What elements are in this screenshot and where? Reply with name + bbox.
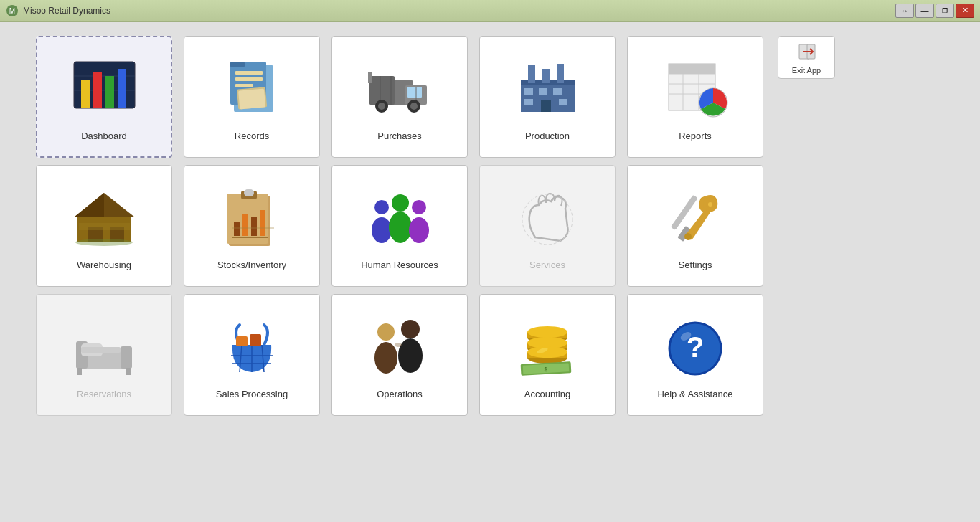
close-button[interactable]: ✕ — [956, 4, 974, 18]
svg-point-58 — [75, 239, 133, 246]
svg-rect-7 — [93, 72, 102, 108]
tile-dashboard-label: Dashboard — [81, 130, 127, 141]
tile-sales-processing-label: Sales Processing — [216, 389, 288, 399]
production-icon — [512, 53, 583, 125]
tile-stocks-inventory[interactable]: Stocks/Inventory — [184, 165, 320, 287]
svg-rect-35 — [524, 88, 533, 95]
main-area: Dashboard — [0, 22, 980, 522]
warehousing-icon — [68, 182, 140, 254]
svg-rect-36 — [539, 88, 547, 95]
tile-records-label: Records — [235, 130, 269, 141]
svg-rect-14 — [235, 77, 263, 81]
tile-warehousing-label: Warehousing — [77, 260, 131, 270]
tile-reports-label: Reports — [679, 130, 712, 141]
tile-settings-label: Settings — [679, 260, 712, 270]
svg-rect-15 — [235, 84, 253, 87]
tile-production[interactable]: Production — [479, 36, 616, 158]
tile-human-resources[interactable]: Human Resources — [331, 165, 468, 287]
module-row-3: Reservations — [36, 294, 944, 416]
svg-point-71 — [372, 217, 392, 243]
svg-rect-67 — [260, 210, 265, 236]
svg-rect-9 — [118, 69, 126, 108]
svg-rect-88 — [126, 368, 131, 375]
svg-rect-65 — [242, 214, 248, 236]
tile-help-assistance[interactable]: ? Help & Assistance — [627, 294, 763, 416]
svg-rect-63 — [244, 189, 254, 196]
operations-icon — [364, 311, 435, 383]
tile-operations[interactable]: Operations — [331, 294, 468, 416]
svg-rect-13 — [235, 71, 263, 75]
tile-reservations-label: Reservations — [77, 389, 131, 399]
svg-rect-59 — [79, 223, 130, 230]
app-icon: M — [6, 4, 19, 17]
tile-sales-processing[interactable]: Sales Processing — [184, 294, 320, 416]
tile-reports[interactable]: Reports — [627, 36, 763, 158]
svg-point-70 — [374, 200, 389, 214]
resize-button[interactable]: ↔ — [895, 4, 914, 18]
tile-human-resources-label: Human Resources — [361, 260, 438, 270]
tile-purchases-label: Purchases — [377, 130, 421, 141]
tile-purchases[interactable]: Purchases — [331, 36, 468, 158]
svg-rect-34 — [557, 64, 564, 83]
svg-rect-39 — [524, 99, 533, 105]
tile-settings[interactable]: Settings — [627, 165, 763, 287]
svg-point-96 — [377, 323, 395, 341]
svg-rect-84 — [121, 346, 132, 369]
records-icon — [216, 53, 288, 125]
help-assistance-icon: ? — [659, 311, 731, 383]
svg-text:M: M — [9, 7, 15, 15]
svg-rect-21 — [407, 87, 422, 98]
svg-point-75 — [409, 217, 429, 243]
svg-point-81 — [684, 233, 692, 240]
svg-rect-40 — [559, 99, 567, 105]
tile-reservations: Reservations — [36, 294, 172, 416]
svg-rect-69 — [232, 227, 274, 229]
svg-rect-12 — [230, 62, 245, 67]
svg-rect-6 — [81, 80, 90, 108]
svg-point-72 — [392, 194, 409, 212]
svg-point-97 — [374, 342, 397, 374]
tile-accounting[interactable]: $ Accounting — [479, 294, 616, 416]
svg-point-73 — [389, 212, 412, 243]
tile-records[interactable]: Records — [184, 36, 320, 158]
tile-services-label: Services — [529, 260, 565, 270]
titlebar: M Misoo Retail Dynamics ↔ — ❐ ✕ — [0, 0, 980, 22]
svg-point-98 — [401, 320, 420, 338]
stocks-inventory-icon — [216, 182, 288, 254]
svg-rect-95 — [250, 334, 261, 346]
exit-app-button[interactable]: Exit App — [778, 36, 835, 79]
tile-dashboard[interactable]: Dashboard — [36, 36, 172, 158]
row-1-container: Dashboard — [36, 36, 944, 158]
svg-rect-37 — [553, 88, 562, 95]
svg-rect-86 — [81, 347, 121, 353]
tile-accounting-label: Accounting — [524, 389, 570, 399]
module-row-2: Warehousing — [36, 165, 944, 287]
svg-rect-94 — [236, 336, 248, 346]
svg-rect-33 — [542, 69, 550, 83]
tile-stocks-inventory-label: Stocks/Inventory — [217, 260, 286, 270]
svg-rect-87 — [77, 368, 82, 375]
svg-rect-17 — [238, 88, 265, 109]
titlebar-controls: ↔ — ❐ ✕ — [895, 4, 974, 18]
svg-rect-38 — [541, 100, 551, 112]
svg-point-100 — [395, 343, 402, 347]
reports-icon — [659, 53, 731, 125]
svg-marker-55 — [74, 193, 104, 217]
svg-rect-32 — [528, 65, 535, 83]
svg-point-26 — [378, 103, 385, 110]
titlebar-left: M Misoo Retail Dynamics — [6, 4, 110, 17]
tile-warehousing[interactable]: Warehousing — [36, 165, 172, 287]
accounting-icon: $ — [512, 311, 583, 383]
tile-operations-label: Operations — [377, 389, 423, 399]
reservations-icon — [68, 311, 140, 383]
module-row-1: Dashboard — [36, 36, 763, 158]
svg-point-99 — [398, 338, 423, 373]
maximize-button[interactable]: ❐ — [936, 4, 954, 18]
svg-rect-47 — [669, 64, 715, 74]
tile-production-label: Production — [525, 130, 570, 141]
purchases-icon — [364, 53, 435, 125]
svg-rect-8 — [105, 76, 114, 108]
minimize-button[interactable]: — — [915, 4, 934, 18]
svg-point-74 — [412, 200, 426, 214]
sales-processing-icon — [216, 311, 288, 383]
